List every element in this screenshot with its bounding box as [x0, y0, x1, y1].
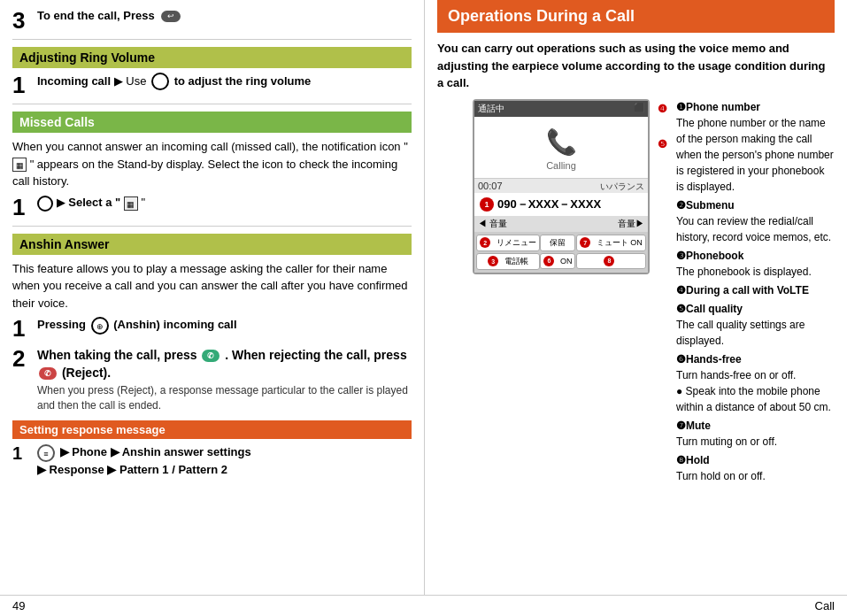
annotation-item: ❶Phone numberThe phone number or the nam… [676, 99, 835, 195]
page-number: 49 [12, 599, 25, 612]
adjusting-step-content: Incoming call ▶ Use to adjust the ring v… [37, 73, 412, 91]
anno-num: ❷Submenu [676, 199, 735, 212]
anshin-step2: 2 When taking the call, press ✆ . When r… [12, 347, 412, 413]
adjusting-ring-header: Adjusting Ring Volume [12, 47, 412, 68]
phone-calling-area: 📞 Calling [474, 117, 648, 179]
anno-title-text: Phone number [686, 101, 760, 113]
anno-4: ❹ [658, 103, 667, 115]
step3-text: To end the call, Press [37, 9, 155, 22]
anno-num: ❹During a call with VoLTE [676, 284, 809, 296]
anshin-icon: ⊕ [91, 317, 109, 335]
adjusting-step-num: 1 [12, 73, 32, 96]
circle-3: 3 [488, 256, 498, 266]
anshin-header: Anshin Answer [12, 234, 412, 255]
btn-phonebook: 3 電話帳 [476, 253, 540, 270]
adjust-circle-icon [151, 73, 169, 90]
anno-num: ❺Call quality [676, 303, 743, 315]
phone-number-row: 1 090－XXXX－XXXX [474, 193, 648, 216]
annotation-item: ❸PhonebookThe phonebook is displayed. [676, 248, 835, 280]
circle-2: 2 [480, 237, 490, 248]
ops-header: Operations During a Call [437, 0, 835, 33]
anno-text: The phonebook is displayed. [676, 264, 835, 280]
anshin-step2-num: 2 [12, 347, 32, 370]
ops-intro: You can carry out operations such as usi… [437, 40, 835, 92]
left-column: 3 To end the call, Press ↩ Adjusting Rin… [0, 0, 425, 595]
anno-title-text: Hold [686, 454, 710, 466]
missed-circle-icon [37, 196, 53, 212]
missed-close-quote: " [141, 196, 145, 209]
btn-submenu: 2 リメニュー [476, 235, 540, 251]
anno-num: ❻Hands-free [676, 353, 742, 366]
response-line2: ▶ Response ▶ Pattern 1 / Pattern 2 [37, 462, 412, 478]
phone-number: 090－XXXX－XXXX [497, 196, 601, 212]
response-step1-num: 1 [12, 444, 32, 462]
anno-num: ❽Hold [676, 454, 710, 466]
page-footer: 49 Call [0, 595, 847, 616]
phone-top-left: 通話中 [478, 103, 504, 115]
anno-num: ❼Mute [676, 420, 711, 432]
missed-calls-header: Missed Calls [12, 112, 412, 133]
anno-title-text: Call quality [686, 303, 743, 315]
missed-step-content: ▶ Select a " ▦ " [37, 196, 412, 212]
arrow1: ▶ [114, 74, 123, 88]
phone-screen: 通話中 ⬛ 📞 Calling 00:07 いパランス 1 090－XXXX－X… [473, 99, 650, 274]
missed-calls-para: When you cannot answer an incoming call … [12, 138, 412, 190]
adjust-text: to adjust the ring volume [174, 74, 312, 88]
green-call-icon: ✆ [202, 350, 219, 362]
anshin-step1-num: 1 [12, 317, 32, 340]
phone-end-icon: ↩ [161, 11, 181, 22]
adjusting-step1: 1 Incoming call ▶ Use to adjust the ring… [12, 73, 412, 96]
circle-1: 1 [480, 197, 494, 212]
anno-title-text: Phonebook [686, 250, 743, 262]
missed-step-num: 1 [12, 196, 32, 219]
anno-text: Turn hands-free on or off. [676, 367, 835, 383]
anshin-step2-main: When taking the call, press ✆ . When rej… [37, 347, 412, 381]
step3-content: To end the call, Press ↩ [37, 9, 412, 22]
anno-num: ❶Phone number [676, 101, 760, 113]
anshin-step2-content: When taking the call, press ✆ . When rej… [37, 347, 412, 413]
response-step1: 1 ≡ ▶ Phone ▶ Anshin answer settings ▶ R… [12, 444, 412, 478]
anno-text: The call quality settings are displayed. [676, 317, 835, 349]
anno-title-text: Submenu [686, 199, 735, 212]
page-section: Call [815, 599, 835, 612]
signal-label: いパランス [600, 181, 644, 193]
incoming-call-text: Incoming call [37, 74, 111, 88]
annotation-item: ❼MuteTurn muting on or off. [676, 418, 835, 450]
btn-hold2: 8 [576, 253, 646, 269]
response-step1-content: ≡ ▶ Phone ▶ Anshin answer settings ▶ Res… [37, 444, 412, 478]
circle-7: 7 [580, 237, 590, 248]
anno-text: You can review the redial/call history, … [676, 213, 835, 245]
anno-title-text: During a call with VoLTE [686, 284, 809, 296]
missed-arrow: ▶ [57, 196, 69, 209]
anno-5: ❺ [658, 138, 667, 150]
btn-hold: 保留 [540, 235, 575, 251]
missed-small-icon: ▦ [124, 196, 138, 211]
phone-vol-row: ◀ 音量 音量▶ [474, 216, 648, 232]
anno-text: Turn hold on or off. [676, 468, 835, 484]
phone-timer: 00:07 いパランス [474, 179, 648, 193]
annotation-item: ❷SubmenuYou can review the redial/call h… [676, 197, 835, 245]
step3-block: 3 To end the call, Press ↩ [12, 9, 412, 32]
reject-icon: ✆ [39, 367, 57, 380]
anno-text: The phone number or the name of the pers… [676, 115, 835, 195]
anno-title-text: Mute [686, 420, 711, 432]
use-text: Use [126, 74, 146, 88]
annotations-list: ❶Phone numberThe phone number or the nam… [676, 99, 835, 487]
missed-step1: 1 ▶ Select a " ▦ " [12, 196, 412, 219]
vol-down: ◀ 音量 [478, 218, 507, 230]
response-line1: ≡ ▶ Phone ▶ Anshin answer settings [37, 444, 412, 462]
anno-items: ❶Phone numberThe phone number or the nam… [676, 99, 835, 484]
setting-response-header: Setting response message [12, 420, 412, 439]
annotation-item: ❻Hands-freeTurn hands-free on or off.● S… [676, 351, 835, 415]
anshin-step2-sub: When you press (Reject), a response mess… [37, 383, 412, 413]
step3-number: 3 [12, 9, 32, 32]
anno-text: ● Speak into the mobile phone within a d… [676, 383, 835, 415]
phone-top-bar: 通話中 ⬛ [474, 101, 648, 117]
anno-num: ❸Phonebook [676, 250, 743, 262]
btn-mute: 7 ミュート ON [576, 235, 646, 251]
phone-btn-row: 2 リメニュー 3 電話帳 保留 [474, 232, 648, 273]
right-column: Operations During a Call You can carry o… [425, 0, 847, 595]
anno-text: Turn muting on or off. [676, 434, 835, 450]
annotation-item: ❹During a call with VoLTE [676, 282, 835, 298]
calling-label: Calling [481, 160, 641, 171]
